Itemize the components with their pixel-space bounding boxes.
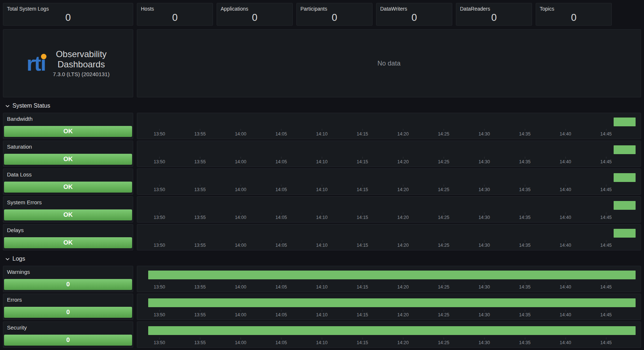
axis-tick-label: 14:40: [560, 243, 571, 248]
axis-tick-label: 14:35: [519, 340, 531, 345]
gauge-label: Bandwidth: [7, 116, 33, 122]
axis-tick-label: 14:25: [438, 312, 449, 317]
axis-tick-label: 14:45: [600, 312, 612, 317]
count-bar: 0: [4, 335, 132, 346]
status-gauge-panel-data-loss[interactable]: Data Loss OK: [3, 168, 133, 195]
product-version: 7.3.0 (LTS) (20240131): [53, 71, 110, 78]
axis-tick-label: 14:45: [600, 215, 612, 220]
status-bar: OK: [4, 209, 132, 220]
axis-tick-label: 14:05: [276, 187, 287, 192]
time-axis: 13:5013:5514:0014:0514:1014:1514:2014:25…: [148, 159, 636, 164]
axis-tick-label: 14:25: [438, 243, 449, 248]
axis-tick-label: 14:25: [438, 284, 449, 290]
timeline-warnings[interactable]: 13:5013:5514:0014:0514:1014:1514:2014:25…: [137, 266, 641, 292]
status-row-data-loss: Data Loss OK 13:5013:5514:0014:0514:1014…: [3, 168, 641, 195]
stat-panel-applications[interactable]: Applications 0: [217, 3, 293, 26]
stat-panel-hosts[interactable]: Hosts 0: [137, 3, 213, 26]
axis-tick-label: 14:00: [235, 159, 246, 164]
timeline-chart: [148, 228, 636, 239]
axis-tick-label: 14:10: [316, 187, 327, 192]
timeline-data-loss[interactable]: 13:5013:5514:0014:0514:1014:1514:2014:25…: [137, 168, 641, 195]
axis-tick-label: 14:10: [316, 284, 327, 290]
axis-tick-label: 14:15: [357, 131, 368, 137]
axis-tick-label: 14:25: [438, 215, 449, 220]
stat-panel-datareaders[interactable]: DataReaders 0: [456, 3, 532, 26]
axis-tick-label: 14:40: [560, 131, 571, 137]
axis-tick-label: 13:50: [154, 284, 165, 290]
axis-tick-label: 14:40: [560, 340, 571, 345]
timeline-saturation[interactable]: 13:5013:5514:0014:0514:1014:1514:2014:25…: [137, 141, 641, 167]
time-axis: 13:5013:5514:0014:0514:1014:1514:2014:25…: [148, 214, 636, 220]
axis-tick-label: 14:35: [519, 215, 531, 220]
log-gauge-panel-errors[interactable]: Errors 0: [3, 294, 133, 320]
stat-title: Topics: [540, 5, 608, 12]
count-bar: 0: [4, 279, 132, 290]
axis-tick-label: 14:25: [438, 187, 449, 192]
axis-tick-label: 14:20: [397, 340, 409, 345]
axis-tick-label: 14:05: [276, 131, 287, 137]
axis-tick-label: 14:05: [276, 243, 287, 248]
timeline-system-errors[interactable]: 13:5013:5514:0014:0514:1014:1514:2014:25…: [137, 196, 641, 223]
axis-tick-label: 14:15: [357, 215, 368, 220]
status-bar: OK: [4, 126, 132, 137]
axis-tick-label: 14:05: [276, 215, 287, 220]
axis-tick-label: 14:15: [357, 187, 368, 192]
timeline-segment: [614, 229, 636, 238]
status-gauge-panel-bandwidth[interactable]: Bandwidth OK: [3, 113, 133, 139]
timeline-delays[interactable]: 13:5013:5514:0014:0514:1014:1514:2014:25…: [137, 224, 641, 250]
timeline-security[interactable]: 13:5013:5514:0014:0514:1014:1514:2014:25…: [137, 321, 641, 348]
timeline-chart: [148, 269, 636, 280]
section-header-system-status[interactable]: System Status: [3, 100, 641, 111]
status-bar: OK: [4, 154, 132, 165]
no-data-panel[interactable]: No data: [137, 29, 641, 97]
axis-tick-label: 14:30: [479, 243, 490, 248]
section-title: Logs: [12, 256, 25, 262]
axis-tick-label: 14:00: [235, 215, 246, 220]
timeline-segment: [614, 201, 636, 210]
stat-title: Applications: [221, 5, 289, 12]
axis-tick-label: 14:45: [600, 187, 612, 192]
axis-tick-label: 13:55: [194, 284, 206, 290]
time-axis: 13:5013:5514:0014:0514:1014:1514:2014:25…: [148, 242, 636, 248]
axis-tick-label: 14:00: [235, 243, 246, 248]
section-title: System Status: [12, 103, 50, 109]
time-axis: 13:5013:5514:0014:0514:1014:1514:2014:25…: [148, 131, 636, 137]
section-header-logs[interactable]: Logs: [3, 253, 641, 264]
status-gauge-panel-system-errors[interactable]: System Errors OK: [3, 196, 133, 223]
axis-tick-label: 14:40: [560, 159, 571, 164]
gauge-label: Warnings: [7, 269, 30, 275]
status-gauge-panel-delays[interactable]: Delays OK: [3, 224, 133, 250]
axis-tick-label: 13:50: [154, 312, 165, 317]
status-bar: OK: [4, 182, 132, 193]
timeline-chart: [148, 144, 636, 155]
axis-tick-label: 14:15: [357, 312, 368, 317]
gauge-label: Errors: [7, 297, 22, 303]
gauge-label: Security: [7, 324, 27, 331]
stat-panel-datawriters[interactable]: DataWriters 0: [376, 3, 452, 26]
time-axis: 13:5013:5514:0014:0514:1014:1514:2014:25…: [148, 339, 636, 345]
stat-value: 0: [300, 12, 368, 24]
axis-tick-label: 14:30: [479, 312, 490, 317]
axis-tick-label: 14:40: [560, 215, 571, 220]
log-gauge-panel-warnings[interactable]: Warnings 0: [3, 266, 133, 292]
stat-value: 0: [141, 12, 209, 24]
stats-row: Total System Logs 0 Hosts 0 Applications…: [3, 3, 641, 26]
no-data-label: No data: [377, 60, 400, 67]
axis-tick-label: 14:20: [397, 187, 409, 192]
timeline-segment: [614, 118, 636, 126]
rti-logo-dot-icon: [41, 54, 46, 59]
axis-tick-label: 14:10: [316, 159, 327, 164]
timeline-errors[interactable]: 13:5013:5514:0014:0514:1014:1514:2014:25…: [137, 294, 641, 320]
status-gauge-panel-saturation[interactable]: Saturation OK: [3, 141, 133, 167]
timeline-bandwidth[interactable]: 13:5013:5514:0014:0514:1014:1514:2014:25…: [137, 113, 641, 139]
axis-tick-label: 14:00: [235, 284, 246, 290]
stat-title: Participants: [300, 5, 368, 12]
axis-tick-label: 13:50: [154, 243, 165, 248]
axis-tick-label: 14:45: [600, 284, 612, 290]
stat-panel-total-system-logs[interactable]: Total System Logs 0: [3, 3, 133, 26]
stat-panel-participants[interactable]: Participants 0: [296, 3, 372, 26]
log-gauge-panel-security[interactable]: Security 0: [3, 321, 133, 348]
stat-panel-topics[interactable]: Topics 0: [536, 3, 612, 26]
axis-tick-label: 14:40: [560, 187, 571, 192]
axis-tick-label: 14:30: [479, 340, 490, 345]
